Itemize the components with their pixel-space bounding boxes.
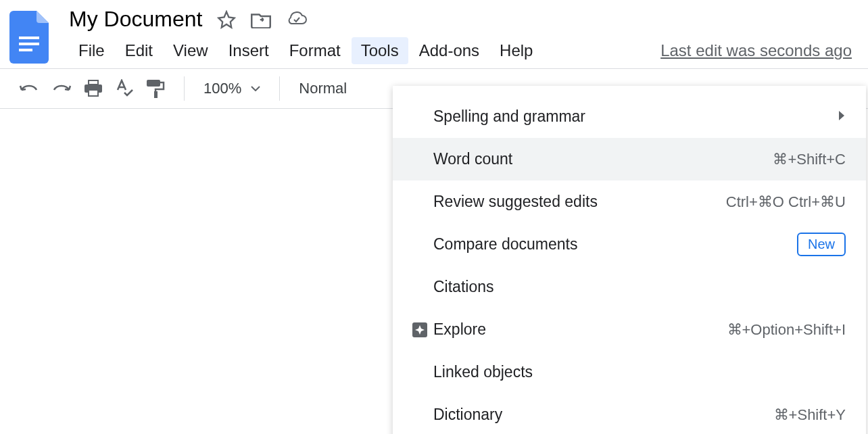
menu-item-label: Dictionary [433, 406, 774, 424]
print-icon[interactable] [84, 80, 103, 97]
menu-tools[interactable]: Tools [352, 37, 408, 64]
menu-item-label: Spelling and grammar [433, 107, 838, 126]
menu-item-shortcut: ⌘+Option+Shift+I [727, 321, 846, 339]
svg-rect-4 [89, 90, 98, 96]
menu-format[interactable]: Format [280, 37, 350, 64]
undo-icon[interactable] [19, 82, 39, 95]
svg-rect-1 [19, 43, 39, 45]
menu-item-spelling[interactable]: Spelling and grammar [393, 95, 866, 138]
chevron-right-icon [838, 110, 846, 124]
document-title[interactable]: My Document [69, 7, 202, 32]
chevron-down-icon [251, 86, 260, 91]
menu-insert[interactable]: Insert [219, 37, 279, 64]
toolbar-separator [279, 76, 280, 101]
menu-file[interactable]: File [69, 37, 114, 64]
menu-item-label: Word count [433, 150, 773, 168]
move-folder-icon[interactable] [251, 11, 271, 28]
menu-item-explore[interactable]: Explore ⌘+Option+Shift+I [393, 308, 866, 351]
menu-item-dictionary[interactable]: Dictionary ⌘+Shift+Y [393, 393, 866, 434]
svg-rect-5 [154, 91, 158, 98]
menu-item-shortcut: ⌘+Shift+Y [774, 406, 846, 424]
menu-item-label: Compare documents [433, 235, 797, 254]
menu-item-label: Explore [433, 320, 727, 339]
last-edit-link[interactable]: Last edit was seconds ago [660, 41, 859, 60]
toolbar-separator [184, 76, 185, 101]
svg-rect-2 [19, 49, 32, 51]
paragraph-style-select[interactable]: Normal [299, 80, 347, 97]
menu-item-label: Linked objects [433, 363, 846, 381]
redo-icon[interactable] [51, 82, 72, 95]
svg-rect-0 [19, 37, 39, 39]
menubar: File Edit View Insert Format Tools Add-o… [69, 37, 859, 64]
menu-item-linked-objects[interactable]: Linked objects [393, 351, 866, 393]
spellcheck-icon[interactable] [115, 79, 134, 98]
menu-item-shortcut: ⌘+Shift+C [773, 151, 846, 168]
docs-logo-icon[interactable] [9, 11, 49, 64]
menu-item-review-edits[interactable]: Review suggested edits Ctrl+⌘O Ctrl+⌘U [393, 180, 866, 223]
zoom-select[interactable]: 100% [203, 80, 260, 97]
menu-item-label: Review suggested edits [433, 193, 726, 211]
menu-item-shortcut: Ctrl+⌘O Ctrl+⌘U [726, 193, 846, 211]
new-badge: New [797, 233, 846, 256]
paint-format-icon[interactable] [146, 78, 165, 99]
explore-icon [406, 321, 433, 339]
menu-addons[interactable]: Add-ons [410, 37, 489, 64]
menu-item-citations[interactable]: Citations [393, 266, 866, 308]
zoom-value: 100% [203, 80, 241, 97]
menu-edit[interactable]: Edit [116, 37, 162, 64]
menu-item-word-count[interactable]: Word count ⌘+Shift+C [393, 138, 866, 180]
cloud-status-icon[interactable] [286, 11, 308, 28]
svg-rect-3 [89, 80, 98, 85]
menu-item-label: Citations [433, 278, 846, 296]
tools-dropdown: Spelling and grammar Word count ⌘+Shift+… [393, 86, 866, 434]
menu-help[interactable]: Help [490, 37, 542, 64]
menu-item-compare-documents[interactable]: Compare documents New [393, 223, 866, 266]
star-icon[interactable] [217, 10, 236, 29]
menu-view[interactable]: View [164, 37, 218, 64]
